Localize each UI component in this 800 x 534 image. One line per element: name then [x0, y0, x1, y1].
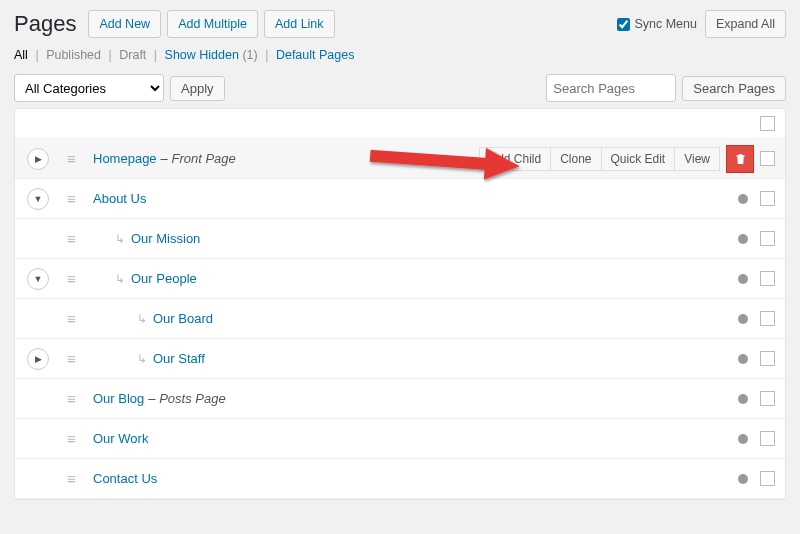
- page-link[interactable]: Our People: [131, 271, 197, 286]
- filter-show-hidden[interactable]: Show Hidden: [165, 48, 239, 62]
- clone-button[interactable]: Clone: [551, 147, 601, 171]
- add-link-button[interactable]: Add Link: [264, 10, 335, 38]
- table-row: ≡Our Work: [15, 419, 785, 459]
- sync-menu-toggle[interactable]: Sync Menu: [617, 17, 697, 31]
- expand-toggle[interactable]: ▼: [27, 268, 49, 290]
- row-checkbox[interactable]: [760, 311, 775, 326]
- expand-all-button[interactable]: Expand All: [705, 10, 786, 38]
- drag-handle-icon[interactable]: ≡: [67, 350, 83, 367]
- page-link[interactable]: Our Mission: [131, 231, 200, 246]
- search-input[interactable]: [546, 74, 676, 102]
- row-checkbox[interactable]: [760, 231, 775, 246]
- row-checkbox[interactable]: [760, 151, 775, 166]
- view-button[interactable]: View: [675, 147, 720, 171]
- sync-menu-label: Sync Menu: [634, 17, 697, 31]
- child-arrow-icon: ↳: [115, 272, 125, 286]
- sync-menu-checkbox[interactable]: [617, 18, 630, 31]
- filter-draft[interactable]: Draft: [119, 48, 146, 62]
- child-arrow-icon: ↳: [115, 232, 125, 246]
- filter-default-pages[interactable]: Default Pages: [276, 48, 355, 62]
- table-row: ≡Our Blog– Posts Page: [15, 379, 785, 419]
- table-row: ≡Contact Us: [15, 459, 785, 499]
- page-link[interactable]: About Us: [93, 191, 146, 206]
- row-checkbox[interactable]: [760, 391, 775, 406]
- filter-hidden-count: (1): [242, 48, 257, 62]
- filter-published[interactable]: Published: [46, 48, 101, 62]
- trash-icon: [734, 152, 747, 166]
- status-dot: [738, 394, 748, 404]
- expand-toggle[interactable]: ▶: [27, 148, 49, 170]
- drag-handle-icon[interactable]: ≡: [67, 150, 83, 167]
- table-row: ▶≡↳Our Staff: [15, 339, 785, 379]
- filter-all[interactable]: All: [14, 48, 28, 62]
- row-checkbox[interactable]: [760, 351, 775, 366]
- apply-button[interactable]: Apply: [170, 76, 225, 101]
- child-arrow-icon: ↳: [137, 352, 147, 366]
- status-dot: [738, 354, 748, 364]
- page-link[interactable]: Homepage: [93, 151, 157, 166]
- select-all-checkbox[interactable]: [760, 116, 775, 131]
- expand-toggle[interactable]: ▶: [27, 348, 49, 370]
- page-title: Pages: [14, 11, 76, 37]
- quick-edit-button[interactable]: Quick Edit: [602, 147, 676, 171]
- status-dot: [738, 474, 748, 484]
- page-link[interactable]: Our Work: [93, 431, 148, 446]
- row-checkbox[interactable]: [760, 191, 775, 206]
- drag-handle-icon[interactable]: ≡: [67, 190, 83, 207]
- row-checkbox[interactable]: [760, 471, 775, 486]
- table-row: ≡↳Our Mission: [15, 219, 785, 259]
- pages-list: ▶≡Homepage– Front PageAdd ChildCloneQuic…: [14, 108, 786, 500]
- table-row: ▼≡About Us: [15, 179, 785, 219]
- row-checkbox[interactable]: [760, 431, 775, 446]
- table-row: ≡↳Our Board: [15, 299, 785, 339]
- add-new-button[interactable]: Add New: [88, 10, 161, 38]
- page-suffix: – Posts Page: [148, 391, 225, 406]
- search-button[interactable]: Search Pages: [682, 76, 786, 101]
- row-checkbox[interactable]: [760, 271, 775, 286]
- status-dot: [738, 274, 748, 284]
- drag-handle-icon[interactable]: ≡: [67, 390, 83, 407]
- expand-toggle[interactable]: ▼: [27, 188, 49, 210]
- drag-handle-icon[interactable]: ≡: [67, 230, 83, 247]
- page-link[interactable]: Our Blog: [93, 391, 144, 406]
- child-arrow-icon: ↳: [137, 312, 147, 326]
- page-link[interactable]: Our Board: [153, 311, 213, 326]
- page-link[interactable]: Contact Us: [93, 471, 157, 486]
- add-child-button[interactable]: Add Child: [479, 147, 551, 171]
- status-dot: [738, 194, 748, 204]
- status-dot: [738, 234, 748, 244]
- status-dot: [738, 314, 748, 324]
- table-row: ▶≡Homepage– Front PageAdd ChildCloneQuic…: [15, 139, 785, 179]
- status-dot: [738, 434, 748, 444]
- drag-handle-icon[interactable]: ≡: [67, 470, 83, 487]
- page-link[interactable]: Our Staff: [153, 351, 205, 366]
- page-suffix: – Front Page: [161, 151, 236, 166]
- table-row: ▼≡↳Our People: [15, 259, 785, 299]
- drag-handle-icon[interactable]: ≡: [67, 430, 83, 447]
- drag-handle-icon[interactable]: ≡: [67, 310, 83, 327]
- drag-handle-icon[interactable]: ≡: [67, 270, 83, 287]
- add-multiple-button[interactable]: Add Multiple: [167, 10, 258, 38]
- trash-button[interactable]: [726, 145, 754, 173]
- filter-bar: All | Published | Draft | Show Hidden (1…: [14, 48, 786, 62]
- category-select[interactable]: All Categories: [14, 74, 164, 102]
